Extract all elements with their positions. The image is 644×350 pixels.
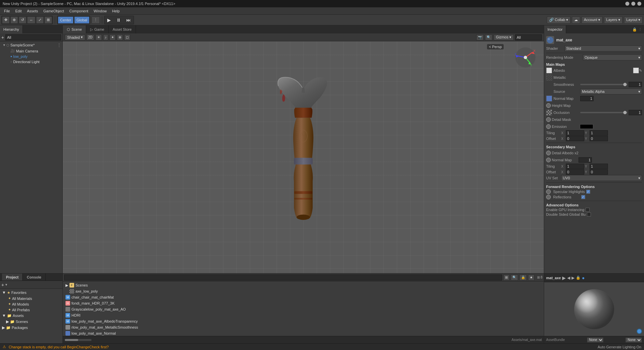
asset-normal[interactable]: low_poly_mat_axe_Normal xyxy=(63,330,544,336)
menu-file[interactable]: File xyxy=(1,8,13,14)
transform-all-btn[interactable]: ⊞ xyxy=(44,16,52,24)
tiling-x[interactable] xyxy=(566,130,584,136)
mat-preview-indicator[interactable] xyxy=(637,329,642,334)
scene-view-btn[interactable]: ⊕ xyxy=(117,34,123,40)
asset-metallic[interactable]: rlow_poly_mat_axe_MetallicSmoothness xyxy=(63,324,544,330)
lighting-btn[interactable]: ☀ xyxy=(96,34,102,40)
reflections-checkbox[interactable]: ✓ xyxy=(581,195,585,199)
double-sided-checkbox[interactable] xyxy=(587,212,591,216)
albedo-thumb[interactable] xyxy=(546,67,552,73)
assets-lock-btn[interactable]: 🔒 xyxy=(519,275,527,281)
scene-view[interactable]: < Persp X Y Z xyxy=(63,41,544,273)
center-btn[interactable]: Center xyxy=(58,16,73,24)
transform-rect-btn[interactable]: ⤢ xyxy=(36,16,44,24)
shading-dropdown[interactable]: Shaded ▾ xyxy=(65,34,85,40)
hidden-btn[interactable]: ◻ xyxy=(124,34,130,40)
global-btn[interactable]: Global xyxy=(74,16,90,24)
occlusion-slider[interactable] xyxy=(580,110,642,115)
asset-bundle-variant[interactable]: None xyxy=(625,337,642,343)
hier-main-camera[interactable]: 🎥 Main Camera xyxy=(0,48,62,54)
hier-directional-light[interactable]: ○ Directional Light xyxy=(0,59,62,64)
smoothness-value[interactable] xyxy=(629,82,642,87)
tab-game[interactable]: ▷ Game xyxy=(86,25,109,33)
asset-scenes[interactable]: ▶ F Scenes xyxy=(63,282,544,288)
source-dropdown[interactable]: Metallic Alpha ▾ xyxy=(580,89,642,95)
minimize-btn[interactable] xyxy=(625,2,629,6)
console-tab[interactable]: Console xyxy=(23,274,45,281)
close-btn[interactable] xyxy=(637,2,641,6)
tab-asset-store[interactable]: Asset Store xyxy=(109,25,136,33)
project-tab[interactable]: Project xyxy=(2,274,23,281)
bi-dot-btn[interactable]: ● xyxy=(582,275,585,281)
albedo-edit-btn[interactable]: ✎ xyxy=(639,68,642,73)
hierarchy-tab[interactable]: Hierarchy xyxy=(0,25,23,33)
scene-search[interactable] xyxy=(515,34,542,40)
hierarchy-add-btn[interactable]: + xyxy=(1,35,4,40)
play-btn[interactable]: ▶ xyxy=(105,16,114,24)
occlusion-thumb[interactable] xyxy=(546,110,552,116)
hier-low-poly[interactable]: ● low_poly xyxy=(0,54,62,59)
assets-filter-btn[interactable]: ⊞ xyxy=(503,275,509,281)
asset-chair-mat[interactable]: M chair_chair_mat_chairMat xyxy=(63,294,544,300)
cloud-btn[interactable]: ☁ xyxy=(572,16,580,24)
snap-btn[interactable]: ⋮ xyxy=(92,16,100,24)
transform-hand-btn[interactable]: ✥ xyxy=(2,16,10,24)
assets-search-btn[interactable]: 🔍 xyxy=(511,275,518,281)
project-menu-btn[interactable]: ▾ xyxy=(5,283,7,287)
tree-favorites[interactable]: ▼ ★ Favorites xyxy=(0,290,62,296)
asset-albedo[interactable]: M low_poly_mat_axe_AlbedoTransparency xyxy=(63,318,544,324)
tree-all-materials[interactable]: ✦ All Materials xyxy=(0,296,62,301)
menu-help[interactable]: Help xyxy=(109,8,122,14)
bi-lock2-btn[interactable]: 🔒 xyxy=(576,276,581,280)
sec-offset-y[interactable] xyxy=(590,169,608,175)
assets-search[interactable] xyxy=(64,275,502,281)
tree-packages[interactable]: ▶ 📁 Packages xyxy=(0,325,62,331)
normal-map-value[interactable] xyxy=(580,96,594,101)
tree-all-models[interactable]: ✦ All Models xyxy=(0,301,62,307)
emission-color-swatch[interactable] xyxy=(580,124,593,129)
inspector-lock-btn[interactable]: 🔒 xyxy=(632,27,637,32)
rendering-mode-dropdown[interactable]: Opaque ▾ xyxy=(583,54,642,60)
tree-assets[interactable]: ▼ 📁 Assets xyxy=(0,313,62,319)
menu-component[interactable]: Component xyxy=(66,8,91,14)
layout-btn[interactable]: Layout ▾ xyxy=(624,16,643,24)
sec-normal-value[interactable] xyxy=(579,157,592,163)
audio-btn[interactable]: ♪ xyxy=(103,34,108,40)
transform-move-btn[interactable]: ⊕ xyxy=(10,16,18,24)
asset-grayscale[interactable]: Grayscalelow_poly_mat_axe_AO xyxy=(63,306,544,312)
menu-edit[interactable]: Edit xyxy=(13,8,24,14)
2d-btn[interactable]: 2D xyxy=(87,34,94,40)
metallic-thumb[interactable] xyxy=(546,74,552,80)
hier-samplescene[interactable]: ▼ ⬡ SampleScene* ⋮ xyxy=(0,42,62,48)
fx-btn[interactable]: ✦ xyxy=(110,34,116,40)
normal-map-thumb[interactable] xyxy=(546,96,552,102)
tree-scenes[interactable]: ▶ 📁 Scenes xyxy=(0,319,62,325)
account-btn[interactable]: Account ▾ xyxy=(582,16,603,24)
step-btn[interactable]: ⏭ xyxy=(124,16,134,24)
assets-star-btn[interactable]: ★ xyxy=(528,275,534,281)
asset-axe-low-poly[interactable]: axe_low_poly xyxy=(63,288,544,294)
menu-window[interactable]: Window xyxy=(91,8,109,14)
tree-all-prefabs[interactable]: ✦ All Prefabs xyxy=(0,307,62,313)
pause-btn[interactable]: ⏸ xyxy=(114,16,124,24)
gizmos-dropdown[interactable]: Gizmos ▾ xyxy=(494,34,514,40)
uv-set-dropdown[interactable]: UV0 ▾ xyxy=(561,175,642,181)
bi-next-btn[interactable]: ▶ xyxy=(572,276,575,280)
offset-x[interactable] xyxy=(566,136,584,141)
occlusion-value[interactable] xyxy=(629,110,642,115)
specular-checkbox[interactable]: ✓ xyxy=(586,190,590,194)
layers-btn[interactable]: Layers ▾ xyxy=(604,16,623,24)
inspector-menu-btn[interactable]: ⋮ xyxy=(638,27,642,32)
tiling-y[interactable] xyxy=(590,130,608,136)
asset-hdri-folder[interactable]: M HDRI xyxy=(63,312,544,318)
sec-tiling-y[interactable] xyxy=(590,164,608,169)
asset-fondi[interactable]: H fondi_mare_HDR_077_3K xyxy=(63,300,544,306)
albedo-color-swatch[interactable] xyxy=(633,67,639,73)
sec-offset-x[interactable] xyxy=(566,169,584,175)
scene-context-btn[interactable]: ⋮ xyxy=(57,43,61,47)
project-add-btn[interactable]: + xyxy=(1,282,4,288)
inspector-tab[interactable]: Inspector xyxy=(544,25,566,33)
transform-rotate-btn[interactable]: ↺ xyxy=(19,16,26,24)
transform-scale-btn[interactable]: ↔ xyxy=(27,16,35,24)
tab-scene[interactable]: ⬡ Scene xyxy=(63,25,86,33)
